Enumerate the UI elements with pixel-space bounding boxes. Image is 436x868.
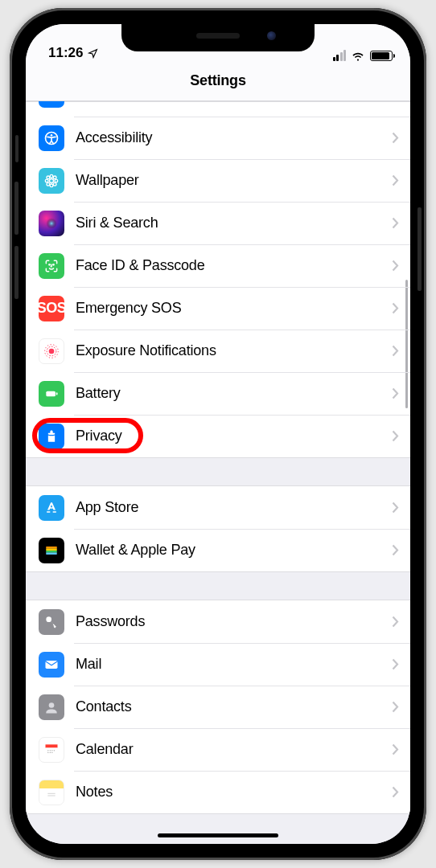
svg-point-13 (53, 264, 54, 264)
svg-point-1 (51, 133, 53, 136)
page-title: Settings (26, 72, 410, 89)
svg-point-2 (50, 178, 54, 182)
settings-row-exposure[interactable]: Exposure Notifications (26, 330, 410, 372)
svg-point-35 (51, 751, 52, 752)
svg-point-24 (46, 616, 51, 622)
row-label: Mail (76, 656, 392, 673)
svg-point-30 (50, 750, 51, 751)
row-label: Contacts (76, 698, 392, 715)
row-label: Notes (76, 784, 392, 800)
appstore-icon (39, 495, 64, 521)
row-label: Privacy (76, 428, 392, 444)
settings-row-passwords[interactable]: Passwords (26, 600, 410, 643)
chevron-right-icon (392, 616, 399, 628)
screen: 11:26 Settings (26, 24, 410, 844)
row-label: Wallpaper (76, 172, 392, 189)
chevron-right-icon (392, 430, 399, 442)
display-icon (39, 101, 64, 108)
svg-point-7 (47, 176, 50, 179)
home-indicator[interactable] (158, 833, 278, 837)
wallet-icon (39, 538, 64, 563)
settings-group: Passwords Mail Contacts (26, 600, 410, 814)
mail-icon (39, 652, 64, 678)
svg-point-34 (50, 751, 51, 752)
settings-row-calendar[interactable]: Calendar (26, 728, 410, 771)
volume-up-button[interactable] (14, 182, 19, 235)
chevron-right-icon (392, 544, 399, 556)
wifi-icon (351, 51, 365, 61)
svg-point-3 (50, 174, 53, 178)
cellular-icon (333, 50, 347, 61)
svg-point-26 (49, 702, 55, 708)
settings-row-accessibility[interactable]: Accessibility (26, 117, 410, 159)
svg-rect-17 (46, 391, 56, 396)
calendar-icon (39, 737, 64, 763)
settings-row-battery[interactable]: Battery (26, 372, 410, 415)
chevron-right-icon (392, 174, 399, 186)
location-icon (88, 48, 98, 59)
faceid-icon (39, 253, 64, 279)
settings-row-mail[interactable]: Mail (26, 643, 410, 686)
row-label: Siri & Search (76, 215, 392, 231)
svg-point-9 (47, 182, 50, 186)
svg-point-33 (47, 751, 48, 752)
svg-rect-25 (46, 661, 58, 669)
row-label: Exposure Notifications (76, 342, 392, 359)
chevron-right-icon (392, 260, 399, 272)
notes-icon (39, 780, 64, 805)
svg-point-14 (49, 348, 55, 354)
chevron-right-icon (392, 502, 399, 514)
svg-point-32 (54, 750, 55, 751)
settings-row-faceid[interactable]: Face ID & Passcode (26, 244, 410, 287)
chevron-right-icon (392, 786, 399, 798)
settings-row-sos[interactable]: SOS Emergency SOS (26, 287, 410, 330)
battery-icon (39, 381, 64, 407)
settings-row-partial[interactable] (26, 102, 410, 117)
chevron-right-icon (392, 217, 399, 229)
svg-rect-28 (46, 747, 58, 755)
row-label: Emergency SOS (76, 300, 392, 317)
battery-icon (370, 51, 393, 61)
settings-row-wallpaper[interactable]: Wallpaper (26, 159, 410, 202)
svg-point-11 (46, 218, 56, 228)
svg-point-8 (53, 176, 56, 179)
settings-row-siri[interactable]: Siri & Search (26, 202, 410, 244)
svg-rect-20 (46, 547, 56, 549)
settings-row-wallet[interactable]: Wallet & Apple Pay (26, 529, 410, 571)
row-label: App Store (76, 499, 392, 516)
nav-header: Settings (26, 63, 410, 101)
svg-point-10 (53, 182, 56, 186)
svg-point-6 (55, 179, 58, 182)
status-time: 11:26 (48, 45, 83, 61)
row-label: Face ID & Passcode (76, 257, 392, 274)
settings-row-appstore[interactable]: App Store (26, 486, 410, 529)
privacy-icon (39, 424, 64, 449)
side-button[interactable] (417, 207, 422, 291)
chevron-right-icon (392, 345, 399, 357)
settings-row-notes[interactable]: Notes (26, 771, 410, 813)
notch (121, 24, 315, 51)
row-label: Calendar (76, 741, 392, 758)
siri-icon (39, 211, 64, 236)
svg-point-12 (49, 264, 50, 264)
row-label: Passwords (76, 613, 392, 630)
settings-row-privacy[interactable]: Privacy (26, 415, 410, 457)
passwords-icon (39, 609, 64, 635)
svg-point-31 (51, 750, 52, 751)
chevron-right-icon (392, 302, 399, 314)
chevron-right-icon (392, 743, 399, 755)
settings-row-contacts[interactable]: Contacts (26, 686, 410, 728)
accessibility-icon (39, 125, 64, 151)
row-label: Battery (76, 385, 392, 402)
svg-rect-23 (46, 552, 56, 555)
settings-list[interactable]: Accessibility Wallpaper Siri & Search (26, 101, 410, 844)
svg-point-4 (50, 184, 53, 187)
contacts-icon (39, 694, 64, 720)
chevron-right-icon (392, 132, 399, 144)
svg-rect-18 (56, 392, 58, 395)
svg-rect-27 (46, 744, 58, 747)
volume-down-button[interactable] (14, 246, 19, 299)
row-label: Accessibility (76, 129, 392, 146)
sos-icon: SOS (39, 296, 64, 321)
mute-switch[interactable] (15, 135, 19, 162)
